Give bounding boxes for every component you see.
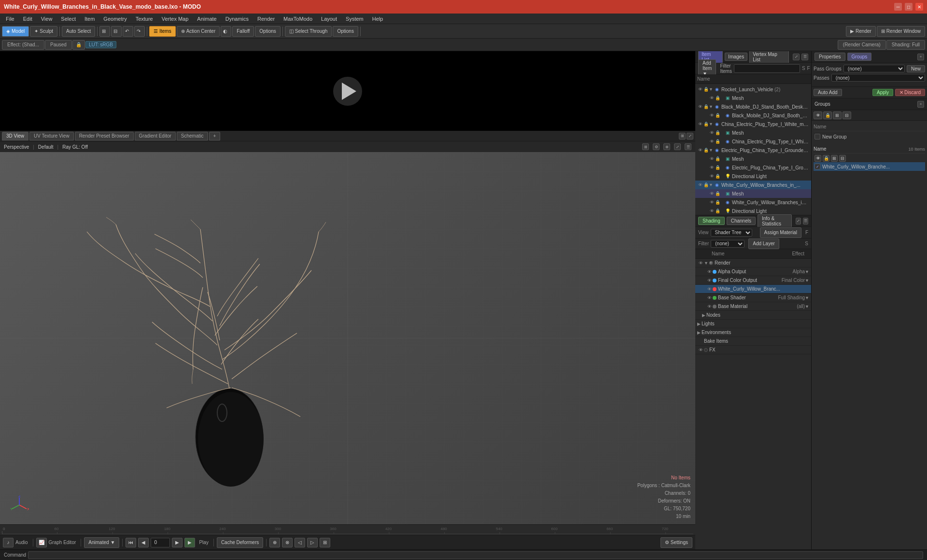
- passes-selector[interactable]: (none): [831, 74, 925, 82]
- items-tab-button[interactable]: ☰ Items: [149, 26, 175, 37]
- shader-row-bake-items[interactable]: · Bake Items: [695, 337, 811, 346]
- tab-channels[interactable]: Channels: [727, 217, 756, 225]
- command-input[interactable]: [28, 551, 923, 559]
- group-tool-3[interactable]: ⊞: [833, 112, 842, 119]
- options1-button[interactable]: Options: [255, 26, 280, 37]
- toolbar-icon-3[interactable]: ↶: [123, 26, 133, 37]
- filter-input[interactable]: [734, 64, 800, 73]
- tree-row[interactable]: 👁 🔒 ▼ ◉ Black_Mobile_DJ_Stand_Booth_Desk…: [695, 102, 811, 111]
- shading-settings-icon[interactable]: ☰: [803, 218, 808, 224]
- menu-vertex-map[interactable]: Vertex Map: [158, 15, 193, 23]
- menu-layout[interactable]: Layout: [317, 15, 341, 23]
- props-settings-icon[interactable]: +: [917, 54, 924, 60]
- transport-icon-3[interactable]: ◁: [295, 538, 305, 547]
- options2-button[interactable]: Options: [333, 26, 358, 37]
- tree-row[interactable]: 👁 🔒 ▶ ▣ Mesh: [695, 128, 811, 137]
- base-shader-dropdown-icon[interactable]: ▼: [805, 295, 809, 300]
- render-camera-selector[interactable]: (Render Camera): [838, 40, 886, 50]
- group-vis-1[interactable]: 👁: [815, 155, 821, 162]
- sculpt-mode-button[interactable]: ✦ Sculpt: [30, 26, 57, 37]
- group-item[interactable]: New Group: [814, 132, 925, 141]
- menu-edit[interactable]: Edit: [19, 15, 36, 23]
- tab-add[interactable]: +: [209, 132, 221, 140]
- tree-row[interactable]: 👁 🔒 ▶ ▣ Mesh: [695, 154, 811, 163]
- tree-row[interactable]: 👁 🔒 ▶ ◉ White_Curly_Willow_Branches_in_B…: [695, 198, 811, 207]
- base-material-dropdown-icon[interactable]: ▼: [805, 304, 809, 309]
- vp-icon-3[interactable]: ⊕: [663, 143, 670, 150]
- shading-expand-icon[interactable]: ⤢: [796, 218, 801, 224]
- toolbar-icon-4[interactable]: ↷: [134, 26, 145, 37]
- group-item-willow[interactable]: White_Curly_Willow_Branche...: [814, 162, 925, 171]
- shader-row-base-material[interactable]: 👁 Base Material (all) ▼: [695, 302, 811, 311]
- tree-row[interactable]: 👁 🔒 ▼ ◉ China_Electric_Plug_Type_I_White…: [695, 120, 811, 128]
- animated-button[interactable]: Animated ▼: [84, 537, 119, 548]
- cache-deformers-button[interactable]: Cache Deformers: [217, 537, 263, 548]
- menu-item[interactable]: Item: [81, 15, 98, 23]
- vp-icon-4[interactable]: ⤢: [674, 143, 681, 150]
- tab-images[interactable]: Images: [725, 53, 747, 61]
- shading-selector[interactable]: Shading: Full: [886, 40, 925, 50]
- tree-row[interactable]: 👁 🔒 ▶ ◉ China_Electric_Plug_Type_I_White…: [695, 137, 811, 146]
- tab-vertex-map-list[interactable]: Vertex Map List: [749, 51, 789, 64]
- menu-geometry[interactable]: Geometry: [99, 15, 130, 23]
- discard-button[interactable]: ✕ Discard: [895, 89, 925, 96]
- menu-texture[interactable]: Texture: [132, 15, 157, 23]
- menu-select[interactable]: Select: [57, 15, 80, 23]
- item-list-expand-icon[interactable]: ⤢: [793, 54, 800, 60]
- tab-shading[interactable]: Shading: [698, 217, 725, 225]
- transport-icon-1[interactable]: ⊕: [269, 538, 280, 547]
- minimize-button[interactable]: ─: [894, 3, 902, 11]
- menu-system[interactable]: System: [342, 15, 367, 23]
- menu-dynamics[interactable]: Dynamics: [222, 15, 253, 23]
- shader-row-base-shader[interactable]: 👁 Base Shader Full Shading ▼: [695, 294, 811, 302]
- action-center-button[interactable]: ⊕ Action Center: [177, 26, 220, 37]
- assign-material-button[interactable]: Assign Material: [760, 227, 801, 238]
- settings-button[interactable]: ⚙ Settings: [660, 537, 692, 548]
- transport-icon-5[interactable]: ⊞: [320, 538, 330, 547]
- pass-groups-selector[interactable]: (none): [843, 65, 905, 72]
- select-through-button[interactable]: ◫ Select Through: [285, 26, 332, 37]
- group-tool-1[interactable]: 👁: [814, 112, 822, 119]
- filter-selector[interactable]: (none): [711, 240, 744, 248]
- view-selector[interactable]: Shader Tree: [711, 229, 752, 237]
- menu-file[interactable]: File: [2, 15, 18, 23]
- audio-button[interactable]: ♪: [3, 538, 14, 547]
- auto-select-button[interactable]: Auto Select: [62, 26, 95, 37]
- shader-row-nodes[interactable]: ▶ Nodes: [695, 311, 811, 320]
- menu-view[interactable]: View: [37, 15, 56, 23]
- tab-render-preset[interactable]: Render Preset Browser: [75, 132, 134, 140]
- tab-gradient-editor[interactable]: Gradient Editor: [135, 132, 176, 140]
- shader-row-render[interactable]: 👁 ▼ Render: [695, 259, 811, 267]
- toolbar-icon-1[interactable]: ⊞: [99, 26, 110, 37]
- vp-settings-icon[interactable]: ☰: [685, 143, 691, 150]
- tab-groups[interactable]: Groups: [847, 53, 872, 61]
- graph-editor-icon[interactable]: 📈: [36, 538, 47, 547]
- lock-icon-btn[interactable]: 🔒: [72, 40, 85, 50]
- vp-icon-2[interactable]: ⚙: [653, 143, 660, 150]
- falloff-button[interactable]: ◐: [221, 26, 231, 37]
- toolbar-icon-2[interactable]: ⊟: [111, 26, 122, 37]
- auto-add-button[interactable]: Auto Add: [814, 89, 842, 96]
- shader-row-fx[interactable]: 👁 FX: [695, 346, 811, 354]
- shader-row-final-color[interactable]: 👁 Final Color Output Final Color ▼: [695, 276, 811, 285]
- play-button[interactable]: ▶: [184, 538, 195, 547]
- menu-help[interactable]: Help: [368, 15, 387, 23]
- tree-row[interactable]: 👁 🔒 ▶ 💡 Directional Light: [695, 172, 811, 181]
- tree-row[interactable]: 👁 🔒 ▼ ◉ Electric_Plug_China_Type_I_Groun…: [695, 146, 811, 154]
- step-back-button[interactable]: ◀: [138, 538, 149, 547]
- render-window-button[interactable]: ⊞ Render Window: [877, 26, 925, 37]
- tree-row[interactable]: 👁 🔒 ▶ ▣ Mesh: [695, 94, 811, 102]
- tree-row[interactable]: 👁 🔒 ▶ ▣ Mesh: [695, 189, 811, 198]
- falloff-label-button[interactable]: Falloff: [232, 26, 254, 37]
- close-button[interactable]: ✕: [915, 3, 923, 11]
- vp-icon-1[interactable]: ⊞: [642, 143, 649, 150]
- groups-add-icon[interactable]: +: [917, 101, 924, 108]
- tree-row[interactable]: 👁 🔒 ▶ ◉ Black_Mobile_DJ_Stand_Booth_Desk…: [695, 111, 811, 120]
- group-tool-2[interactable]: 🔒: [823, 112, 832, 119]
- group-vis-3[interactable]: ⊞: [831, 155, 838, 162]
- tab-info-statistics[interactable]: Info & Statistics: [758, 214, 792, 228]
- go-start-button[interactable]: ⏮: [126, 538, 136, 547]
- shader-row-environments[interactable]: ▶ Environments: [695, 328, 811, 337]
- menu-animate[interactable]: Animate: [193, 15, 220, 23]
- group-vis-2[interactable]: 🔒: [823, 155, 829, 162]
